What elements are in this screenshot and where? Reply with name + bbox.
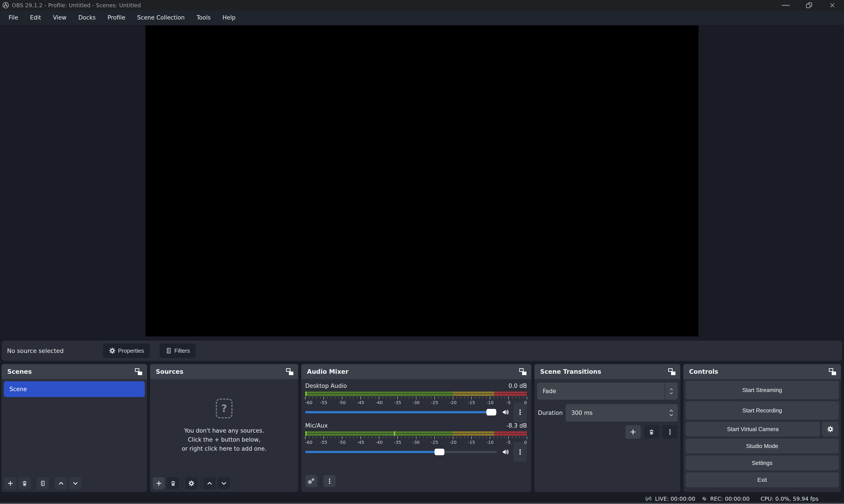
filters-label: Filters xyxy=(174,347,190,354)
db-scale-label: -5 xyxy=(506,400,511,405)
mixer-menu-button[interactable] xyxy=(323,475,336,487)
menu-item[interactable]: File xyxy=(3,11,24,25)
plus-icon xyxy=(7,480,14,487)
remove-transition-button[interactable] xyxy=(644,425,659,439)
popout-icon[interactable] xyxy=(668,368,675,375)
scenes-dock-header[interactable]: Scenes xyxy=(2,364,147,379)
title-bar: OBS 29.1.2 - Profile: Untitled - Scenes:… xyxy=(0,0,844,11)
sources-list[interactable]: ? You don't have any sources.Click the +… xyxy=(150,379,298,492)
db-scale-label: -30 xyxy=(412,440,420,445)
menu-item[interactable]: Tools xyxy=(191,11,216,25)
db-scale-label: -50 xyxy=(339,440,346,445)
controls-dock-title: Controls xyxy=(689,368,718,375)
popout-icon[interactable] xyxy=(286,368,293,375)
studio-mode-button[interactable]: Studio Mode xyxy=(686,438,839,453)
remove-scene-button[interactable] xyxy=(18,477,31,489)
menu-item[interactable]: Edit xyxy=(24,11,47,25)
duration-row: Duration 300 ms xyxy=(537,404,678,422)
trash-icon xyxy=(170,480,176,487)
popout-icon[interactable] xyxy=(519,368,527,375)
move-scene-down-button[interactable] xyxy=(69,477,81,489)
scene-filters-button[interactable] xyxy=(37,477,49,489)
menu-item[interactable]: Help xyxy=(216,11,241,25)
source-properties-button[interactable] xyxy=(185,477,197,489)
volume-slider[interactable] xyxy=(305,411,497,413)
filters-button[interactable]: Filters xyxy=(160,343,196,358)
chevron-up-icon xyxy=(58,480,64,487)
menu-item[interactable]: Docks xyxy=(72,11,102,25)
virtual-camera-settings-button[interactable] xyxy=(822,422,839,436)
trash-icon xyxy=(648,429,655,435)
db-tick xyxy=(323,397,324,399)
remove-source-button[interactable] xyxy=(167,477,179,489)
sources-empty-state: ? You don't have any sources.Click the +… xyxy=(150,377,298,475)
gear-icon xyxy=(827,426,834,433)
meter-peak-indicator xyxy=(305,392,306,396)
scene-item-label: Scene xyxy=(10,386,27,393)
sources-empty-line: Click the + button below, xyxy=(188,435,260,444)
scenes-list[interactable]: Scene xyxy=(2,379,147,492)
start-recording-button[interactable]: Start Recording xyxy=(686,401,839,420)
move-source-down-button[interactable] xyxy=(218,477,230,489)
popout-icon[interactable] xyxy=(829,368,836,375)
controls-dock-header[interactable]: Controls xyxy=(683,364,841,379)
db-scale-label: 0 xyxy=(524,400,527,405)
move-source-up-button[interactable] xyxy=(204,477,215,489)
scene-list-item-selected[interactable]: Scene xyxy=(4,381,145,397)
minimize-button[interactable] xyxy=(774,0,797,11)
db-tick xyxy=(416,436,417,439)
volume-slider-handle[interactable] xyxy=(435,449,444,455)
audio-mixer-dock: Audio Mixer Desktop Audio 0.0 dB -60-55-… xyxy=(301,364,531,492)
channel-db-value: 0.0 dB xyxy=(508,382,527,389)
scene-transitions-dock-header[interactable]: Scene Transitions xyxy=(534,364,680,379)
db-tick xyxy=(379,397,379,399)
speaker-icon[interactable] xyxy=(502,448,510,456)
volume-slider-fill xyxy=(305,411,491,413)
menu-item[interactable]: Profile xyxy=(102,11,131,25)
close-button[interactable] xyxy=(821,0,844,11)
properties-label: Properties xyxy=(118,347,144,354)
start-virtual-camera-button[interactable]: Start Virtual Camera xyxy=(686,422,820,436)
volume-row xyxy=(305,407,527,417)
add-source-button[interactable] xyxy=(153,477,165,489)
scene-transitions-dock: Scene Transitions Fade Duration 300 ms xyxy=(534,364,680,492)
transition-menu-button[interactable] xyxy=(662,425,678,439)
audio-mixer-dock-header[interactable]: Audio Mixer xyxy=(301,364,531,379)
add-transition-button[interactable] xyxy=(626,425,641,439)
settings-button[interactable]: Settings xyxy=(686,455,839,470)
advanced-audio-button[interactable] xyxy=(305,475,317,487)
plus-icon xyxy=(630,429,637,435)
transition-select[interactable]: Fade xyxy=(537,382,678,400)
start-streaming-button[interactable]: Start Streaming xyxy=(686,381,839,399)
combo-spinner[interactable] xyxy=(665,388,678,395)
db-tick xyxy=(361,436,361,439)
sources-dock: Sources ? You don't have any sources.Cli… xyxy=(150,364,298,492)
restore-button[interactable] xyxy=(797,0,821,11)
menu-item[interactable]: View xyxy=(47,11,72,25)
popout-icon[interactable] xyxy=(135,368,142,375)
mixer-channel-desktop-audio: Desktop Audio 0.0 dB -60-55-50-45-40-35-… xyxy=(305,382,527,417)
speaker-icon[interactable] xyxy=(502,408,510,416)
channel-db-value: -8.3 dB xyxy=(507,422,527,429)
close-icon xyxy=(829,2,836,8)
duration-spinbox[interactable]: 300 ms xyxy=(566,404,678,422)
db-ruler xyxy=(305,436,527,439)
filter-icon xyxy=(165,347,172,354)
duration-spinner[interactable] xyxy=(665,409,678,417)
db-scale-label: -45 xyxy=(357,400,364,405)
exit-button[interactable]: Exit xyxy=(686,472,839,487)
volume-slider-handle[interactable] xyxy=(486,409,496,415)
chevron-up-icon xyxy=(669,409,673,412)
kebab-icon xyxy=(517,449,523,455)
audio-mixer-body: Desktop Audio 0.0 dB -60-55-50-45-40-35-… xyxy=(301,379,531,492)
menu-item[interactable]: Scene Collection xyxy=(131,11,191,25)
sources-empty-text: You don't have any sources.Click the + b… xyxy=(182,426,266,453)
move-scene-up-button[interactable] xyxy=(55,477,67,489)
add-scene-button[interactable] xyxy=(4,477,16,489)
kebab-icon xyxy=(667,429,673,435)
volume-row xyxy=(305,447,527,457)
db-scale-label: -25 xyxy=(431,440,438,445)
volume-slider[interactable] xyxy=(305,451,497,453)
preview-canvas[interactable] xyxy=(145,25,699,337)
properties-button[interactable]: Properties xyxy=(103,343,150,358)
